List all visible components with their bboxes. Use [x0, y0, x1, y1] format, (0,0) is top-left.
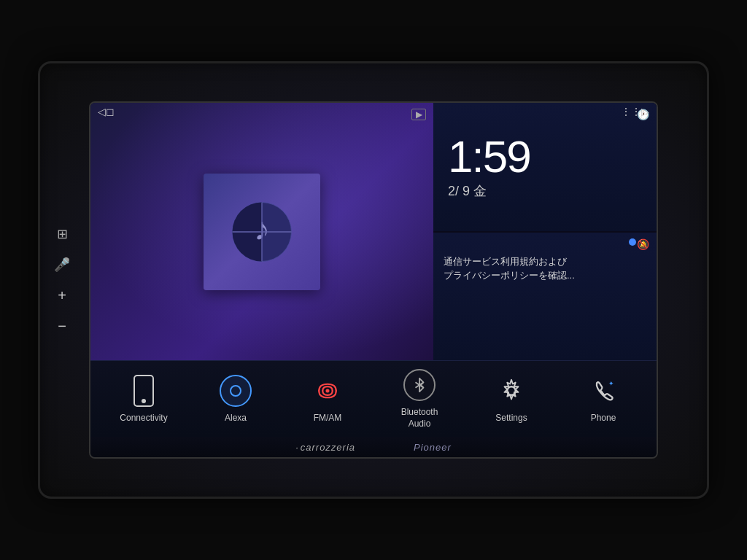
mic-button[interactable]: 🎤 — [53, 256, 71, 273]
bluetooth-audio-label: BluetoothAudio — [401, 407, 438, 429]
nav-alexa[interactable]: Alexa — [203, 373, 268, 424]
brand-carrozzeria: carrozzeria — [295, 442, 355, 453]
nav-bluetooth-audio[interactable]: BluetoothAudio — [387, 368, 452, 429]
svg-point-4 — [325, 389, 329, 393]
notification-dot — [629, 238, 636, 246]
media-panel: ▶ ♪ — [90, 103, 433, 360]
side-controls: ⊞ 🎤 + − — [53, 225, 71, 335]
brand-pioneer: Pioneer — [414, 442, 452, 453]
phone-icon: ✦ — [590, 378, 616, 404]
connectivity-label: Connectivity — [120, 413, 167, 424]
bluetooth-symbol — [411, 377, 427, 393]
car-bezel: ⊞ 🎤 + − ◁◻ ⋮⋮▷ ▶ ♪ — [38, 61, 709, 499]
album-art: ♪ — [204, 174, 320, 290]
nav-settings[interactable]: Settings — [479, 373, 544, 424]
volume-up-button[interactable]: + — [53, 287, 71, 304]
music-icon: ♪ — [229, 199, 295, 265]
bluetooth-audio-icon — [403, 369, 436, 401]
bottom-nav: Connectivity Alexa — [90, 360, 657, 437]
settings-label: Settings — [495, 413, 527, 424]
phone-label: Phone — [591, 413, 616, 424]
alexa-icon-wrapper — [218, 373, 253, 408]
svg-text:✦: ✦ — [608, 380, 614, 387]
volume-down-button[interactable]: − — [53, 317, 71, 335]
clock-time: 1:59 — [448, 134, 530, 179]
back-icon[interactable]: ◁◻ — [98, 106, 115, 117]
nav-phone[interactable]: ✦ Phone — [570, 373, 636, 424]
alexa-icon — [220, 375, 252, 407]
alexa-inner-circle — [230, 385, 241, 397]
settings-icon-wrapper — [494, 373, 529, 408]
bell-icon: 🔕 — [637, 238, 649, 250]
menu-icon[interactable]: ⋮⋮▷ — [621, 106, 649, 117]
clock-panel: 🕐 1:59 2/ 9 金 — [433, 103, 657, 231]
main-content: ▶ ♪ — [90, 103, 657, 360]
bluetooth-audio-icon-wrapper — [402, 368, 437, 402]
windows-button[interactable]: ⊞ — [53, 225, 71, 243]
clock-date: 2/ 9 金 — [448, 182, 487, 200]
connectivity-icon — [133, 375, 154, 407]
info-panel: 🔕 通信サービス利用規約および プライバシーポリシーを確認... — [433, 233, 657, 361]
connectivity-icon-wrapper — [126, 373, 161, 408]
fmam-label: FM/AM — [314, 413, 342, 424]
settings-icon — [498, 377, 525, 405]
head-unit-screen: ◁◻ ⋮⋮▷ ▶ ♪ — [89, 101, 658, 459]
info-text: 通信サービス利用規約および プライバシーポリシーを確認... — [444, 254, 646, 283]
nav-fmam[interactable]: FM/AM — [295, 373, 360, 424]
alexa-label: Alexa — [225, 413, 247, 424]
info-line1: 通信サービス利用規約および — [444, 256, 567, 267]
brand-bar: carrozzeria Pioneer — [90, 437, 657, 457]
right-panels: 🕐 1:59 2/ 9 金 🔕 通信サービス利用規約および プライバシーポリシー… — [433, 103, 657, 360]
phone-icon-wrapper: ✦ — [586, 373, 621, 408]
fmam-icon — [312, 376, 343, 406]
nav-connectivity[interactable]: Connectivity — [111, 373, 177, 424]
top-bar: ◁◻ ⋮⋮▷ — [90, 103, 657, 120]
fmam-icon-wrapper — [310, 373, 345, 408]
info-line2: プライバシーポリシーを確認... — [444, 270, 575, 281]
